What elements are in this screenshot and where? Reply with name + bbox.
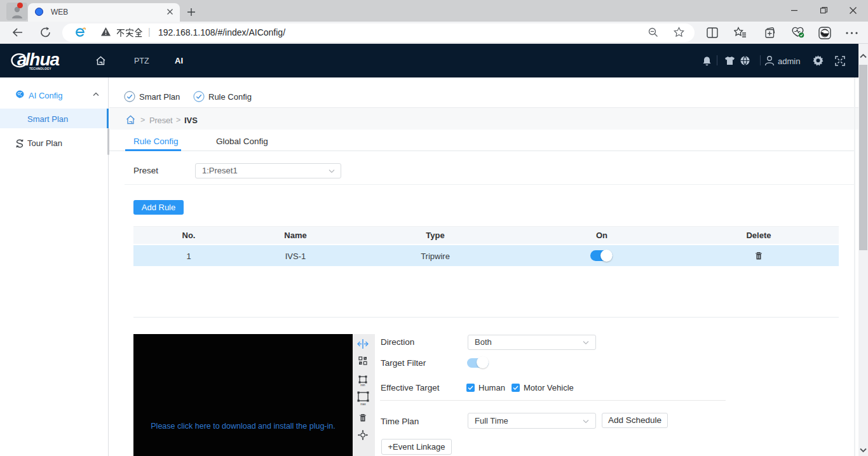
svg-text:min: min: [360, 384, 365, 387]
svg-text:max: max: [360, 403, 366, 406]
